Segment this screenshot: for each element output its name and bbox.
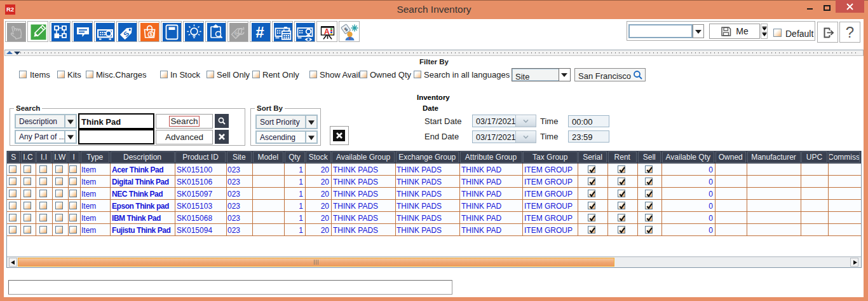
svg-text:#: # bbox=[255, 24, 264, 41]
svg-text:A: A bbox=[324, 27, 330, 36]
svg-text:$: $ bbox=[149, 31, 153, 38]
